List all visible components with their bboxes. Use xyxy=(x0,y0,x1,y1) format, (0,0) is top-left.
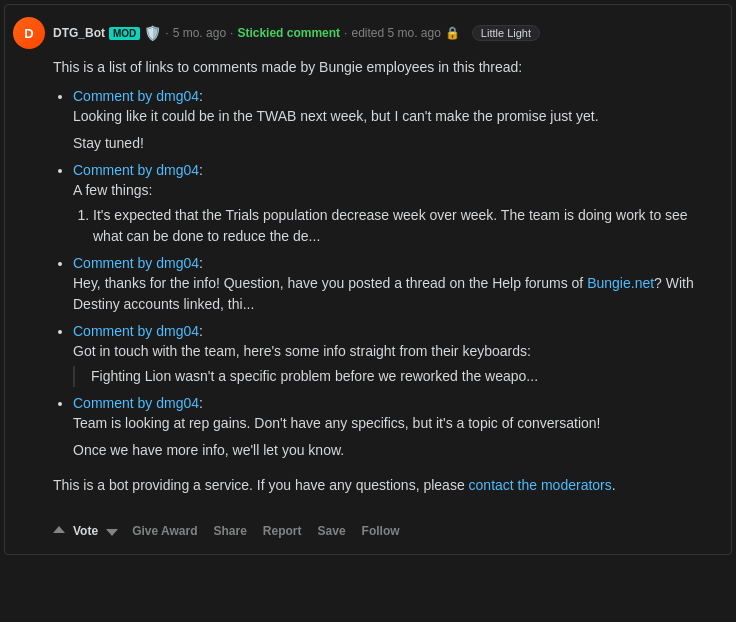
post-actions: Vote Give Award Share Report Save Follow xyxy=(5,516,731,546)
comment-link-5[interactable]: Comment by dmg04 xyxy=(73,395,199,411)
bungienet-link[interactable]: Bungie.net xyxy=(587,275,654,291)
list-item: Comment by dmg04: Hey, thanks for the in… xyxy=(73,255,715,315)
post-header: D DTG_Bot MOD 🛡️ · 5 mo. ago · Stickied … xyxy=(5,13,731,53)
flair-tag: Little Light xyxy=(472,25,540,41)
post-time: · xyxy=(165,26,168,40)
list-item: Comment by dmg04: Looking like it could … xyxy=(73,88,715,154)
contact-moderators-link[interactable]: contact the moderators xyxy=(469,477,612,493)
comment-text-5a: Team is looking at rep gains. Don't have… xyxy=(73,413,715,434)
sub-item-text: It's expected that the Trials population… xyxy=(93,207,688,244)
post-intro: This is a list of links to comments made… xyxy=(53,57,715,78)
list-item: Comment by dmg04: Team is looking at rep… xyxy=(73,395,715,461)
post-container: D DTG_Bot MOD 🛡️ · 5 mo. ago · Stickied … xyxy=(4,4,732,555)
follow-button[interactable]: Follow xyxy=(356,520,406,542)
lock-icon: 🔒 xyxy=(445,26,460,40)
give-award-button[interactable]: Give Award xyxy=(126,520,203,542)
report-button[interactable]: Report xyxy=(257,520,308,542)
comment-text-3a: Hey, thanks for the info! Question, have… xyxy=(73,273,715,315)
downvote-icon xyxy=(104,523,120,539)
comment-link-4[interactable]: Comment by dmg04 xyxy=(73,323,199,339)
author-name: DTG_Bot xyxy=(53,26,105,40)
mod-badge: MOD xyxy=(109,27,140,40)
comment-text-5b: Once we have more info, we'll let you kn… xyxy=(73,440,715,461)
post-body: This is a list of links to comments made… xyxy=(5,53,731,516)
stickied-badge: Stickied comment xyxy=(237,26,340,40)
bot-notice-pre: This is a bot providing a service. If yo… xyxy=(53,477,469,493)
comment-link-1[interactable]: Comment by dmg04 xyxy=(73,88,199,104)
comment-text-1b: Stay tuned! xyxy=(73,133,715,154)
vote-section: Vote xyxy=(49,521,122,541)
list-item: It's expected that the Trials population… xyxy=(93,205,715,247)
bot-notice-post: . xyxy=(612,477,616,493)
comment-text-4a: Got in touch with the team, here's some … xyxy=(73,341,715,362)
edited-label: edited 5 mo. ago xyxy=(351,26,440,40)
bot-notice: This is a bot providing a service. If yo… xyxy=(53,475,715,496)
list-item: Comment by dmg04: Got in touch with the … xyxy=(73,323,715,387)
edited-separator: · xyxy=(344,26,347,40)
upvote-icon xyxy=(51,523,67,539)
time-ago: 5 mo. ago xyxy=(173,26,226,40)
downvote-button[interactable] xyxy=(102,521,122,541)
avatar: D xyxy=(13,17,45,49)
comment-text-1a: Looking like it could be in the TWAB nex… xyxy=(73,106,715,127)
sub-list: It's expected that the Trials population… xyxy=(73,205,715,247)
comment-text-2a: A few things: xyxy=(73,180,715,201)
blockquote: Fighting Lion wasn't a specific problem … xyxy=(73,366,715,387)
comment-list: Comment by dmg04: Looking like it could … xyxy=(53,88,715,461)
list-item: Comment by dmg04: A few things: It's exp… xyxy=(73,162,715,247)
comment-link-2[interactable]: Comment by dmg04 xyxy=(73,162,199,178)
vote-label: Vote xyxy=(73,524,98,538)
shield-icon: 🛡️ xyxy=(144,25,161,41)
blockquote-text: Fighting Lion wasn't a specific problem … xyxy=(91,368,538,384)
separator: · xyxy=(230,26,233,40)
save-button[interactable]: Save xyxy=(312,520,352,542)
author-info: DTG_Bot MOD 🛡️ · 5 mo. ago · Stickied co… xyxy=(53,25,460,41)
comment-link-3[interactable]: Comment by dmg04 xyxy=(73,255,199,271)
upvote-button[interactable] xyxy=(49,521,69,541)
share-button[interactable]: Share xyxy=(208,520,253,542)
